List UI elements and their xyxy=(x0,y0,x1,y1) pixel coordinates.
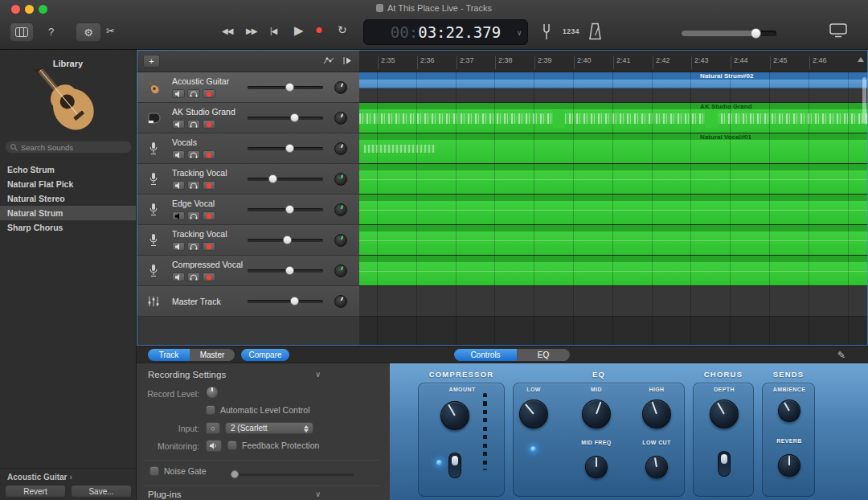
volume-knob[interactable] xyxy=(285,83,294,92)
sends-ambience-knob[interactable] xyxy=(778,400,800,422)
volume-slider[interactable] xyxy=(248,208,323,211)
mute-button[interactable] xyxy=(172,273,185,281)
region-green[interactable] xyxy=(359,256,868,285)
mute-button[interactable] xyxy=(172,89,185,98)
tab-master[interactable]: Master xyxy=(190,349,235,361)
mute-button[interactable] xyxy=(172,120,185,129)
scissors-tool-icon[interactable]: ✂ xyxy=(106,26,115,36)
pan-knob[interactable] xyxy=(334,173,347,186)
add-track-button[interactable]: + xyxy=(143,55,160,68)
feedback-protection-checkbox[interactable] xyxy=(227,441,237,450)
plugins-header[interactable]: Plug-ins xyxy=(148,490,182,499)
volume-slider[interactable] xyxy=(248,269,323,273)
recording-settings-header[interactable]: Recording Settings xyxy=(148,370,226,379)
pan-knob[interactable] xyxy=(334,112,347,125)
record-enable-button[interactable] xyxy=(203,150,215,159)
chevron-down-icon[interactable]: ∨ xyxy=(518,29,522,37)
noise-gate-checkbox[interactable] xyxy=(149,466,159,476)
mute-button[interactable] xyxy=(172,181,185,190)
cycle-button[interactable]: ↻ xyxy=(338,24,347,35)
chevron-down-icon[interactable]: ∨ xyxy=(315,370,321,379)
library-item[interactable]: Natural Flat Pick xyxy=(0,177,136,191)
scroll-up-icon[interactable] xyxy=(858,57,864,62)
automation-icon[interactable] xyxy=(323,56,334,65)
pan-knob[interactable] xyxy=(334,264,347,277)
pan-knob[interactable] xyxy=(334,295,347,308)
lcd-display[interactable]: 00:03:22.379 ∨ xyxy=(363,19,528,45)
volume-knob[interactable] xyxy=(285,144,294,153)
pan-knob[interactable] xyxy=(334,81,347,94)
vertical-scrollbar[interactable] xyxy=(862,77,866,124)
record-enable-button[interactable] xyxy=(203,242,215,251)
region-natural-vocal[interactable]: Natural Vocal#01 xyxy=(359,133,868,163)
region-natural-strum[interactable]: Natural Strum#02 xyxy=(359,72,868,88)
forward-button[interactable]: ▶▶ xyxy=(246,25,256,35)
volume-slider[interactable] xyxy=(248,147,323,150)
tuner-icon[interactable] xyxy=(542,23,551,41)
edit-icon[interactable]: ✎ xyxy=(837,350,845,361)
volume-knob[interactable] xyxy=(285,205,294,214)
volume-knob[interactable] xyxy=(283,236,292,244)
chevron-down-icon[interactable]: ∨ xyxy=(315,490,321,498)
auto-level-checkbox[interactable] xyxy=(206,405,215,415)
volume-slider[interactable] xyxy=(248,178,323,181)
record-enable-button[interactable] xyxy=(203,120,215,129)
mute-button[interactable] xyxy=(172,242,185,251)
noise-gate-slider[interactable] xyxy=(233,473,354,476)
compressor-amount-knob[interactable] xyxy=(440,401,469,430)
record-button[interactable]: ● xyxy=(315,23,323,36)
library-item[interactable]: Sharp Chorus xyxy=(0,220,136,235)
time-ruler[interactable]: 2:35 2:36 2:37 2:38 2:39 2:40 2:41 2:42 … xyxy=(359,50,868,72)
track-header-tracking-vocal-2[interactable]: Tracking Vocal xyxy=(137,225,359,256)
solo-button[interactable] xyxy=(187,120,200,129)
solo-button[interactable] xyxy=(187,273,200,281)
track-header-master[interactable]: Master Track xyxy=(137,286,359,317)
solo-button[interactable] xyxy=(187,181,200,190)
volume-knob[interactable] xyxy=(751,28,761,39)
play-button[interactable]: ▶ xyxy=(294,24,304,36)
rewind-button[interactable]: ◀◀ xyxy=(222,25,232,35)
eq-low-cut-knob[interactable] xyxy=(645,456,668,478)
tab-controls[interactable]: Controls xyxy=(454,349,517,361)
solo-button[interactable] xyxy=(187,242,200,251)
record-level-knob[interactable] xyxy=(206,386,219,399)
region-green[interactable] xyxy=(359,164,868,194)
volume-knob[interactable] xyxy=(290,297,299,305)
notepad-icon[interactable] xyxy=(829,23,847,38)
catch-playhead-icon[interactable] xyxy=(342,56,352,65)
master-volume-slider[interactable] xyxy=(682,28,776,39)
save-button[interactable]: Save... xyxy=(71,485,132,498)
compressor-power-switch[interactable] xyxy=(448,453,461,478)
solo-button[interactable] xyxy=(187,211,200,220)
track-header-acoustic-guitar[interactable]: Acoustic Guitar xyxy=(137,72,359,103)
region-ak-studio-grand[interactable]: AK Studio Grand xyxy=(359,103,868,133)
pan-knob[interactable] xyxy=(334,203,347,216)
chorus-power-switch[interactable] xyxy=(718,451,731,477)
volume-knob[interactable] xyxy=(268,174,277,183)
tab-eq[interactable]: EQ xyxy=(517,349,570,361)
input-select[interactable]: 2 (Scarlett xyxy=(225,422,313,434)
pan-knob[interactable] xyxy=(334,234,347,247)
region-green[interactable] xyxy=(359,225,868,255)
go-to-beginning-button[interactable]: |◀ xyxy=(270,25,276,35)
solo-button[interactable] xyxy=(187,150,200,159)
library-item-selected[interactable]: Natural Strum xyxy=(0,206,136,220)
volume-slider[interactable] xyxy=(248,239,323,242)
sends-reverb-knob[interactable] xyxy=(778,454,800,477)
record-enable-button[interactable] xyxy=(203,273,215,281)
search-field[interactable] xyxy=(5,141,132,154)
track-header-compressed-vocal[interactable]: Compressed Vocal xyxy=(137,256,359,286)
mute-button[interactable] xyxy=(172,211,185,220)
pan-knob[interactable] xyxy=(334,142,347,155)
volume-slider[interactable] xyxy=(248,86,323,89)
track-header-ak-studio-grand[interactable]: AK Studio Grand xyxy=(137,103,359,133)
library-item[interactable]: Echo Strum xyxy=(0,162,136,177)
volume-slider[interactable] xyxy=(248,300,323,303)
search-input[interactable] xyxy=(21,143,122,152)
library-item[interactable]: Natural Stereo xyxy=(0,191,136,206)
track-header-edge-vocal[interactable]: Edge Vocal xyxy=(137,195,359,225)
eq-mid-freq-knob[interactable] xyxy=(585,456,608,478)
volume-knob[interactable] xyxy=(290,113,299,122)
record-enable-button[interactable] xyxy=(203,181,215,190)
current-patch-label[interactable]: Acoustic Guitar› xyxy=(7,473,72,482)
